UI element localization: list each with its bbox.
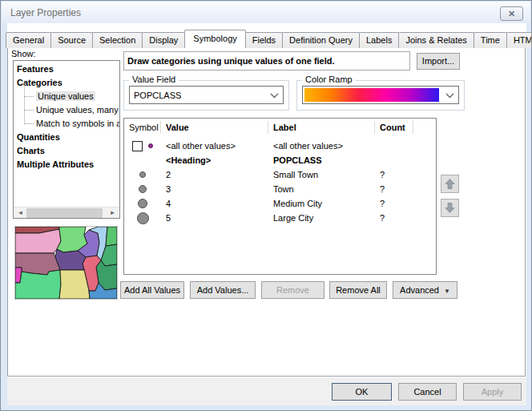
dropdown-caret-icon: ▼ (444, 288, 450, 295)
import-button[interactable]: Import... (417, 53, 460, 70)
tab-strip: General Source Selection Display Symbolo… (6, 30, 532, 48)
apply-button: Apply (463, 383, 522, 401)
scroll-left-icon[interactable]: ◂ (14, 208, 26, 218)
advanced-button[interactable]: Advanced▼ (393, 281, 457, 299)
layer-properties-dialog: Layer Properties ✕ General Source Select… (0, 0, 532, 411)
scrollbar-thumb[interactable] (26, 208, 103, 218)
all-other-values-checkbox[interactable] (132, 141, 143, 151)
symbol-dot-icon (137, 212, 149, 224)
cancel-button[interactable]: Cancel (398, 383, 457, 401)
tab-selection[interactable]: Selection (92, 32, 143, 48)
value-field-value: POPCLASS (134, 89, 181, 102)
chevron-down-icon (270, 93, 279, 99)
tab-labels[interactable]: Labels (359, 32, 399, 48)
tab-display[interactable]: Display (142, 32, 185, 48)
window-title: Layer Properties (10, 7, 81, 18)
table-row[interactable]: <Heading> POPCLASS (124, 153, 436, 167)
table-row[interactable]: 5 Large City ? (124, 211, 436, 225)
arrow-down-icon (444, 202, 456, 214)
ok-button[interactable]: OK (332, 383, 392, 401)
table-row[interactable]: 3 Town ? (124, 182, 436, 196)
tab-source[interactable]: Source (50, 32, 93, 48)
symbol-dot-icon (148, 143, 153, 148)
tab-fields[interactable]: Fields (245, 32, 283, 48)
horizontal-scrollbar[interactable]: ◂ ▸ (14, 207, 119, 218)
show-tree: Features Categories Unique values Unique… (14, 61, 119, 171)
remove-button: Remove (261, 281, 324, 299)
table-header: Symbol Value Label Count (124, 119, 436, 136)
show-tree-listbox: Features Categories Unique values Unique… (13, 60, 120, 219)
table-row[interactable]: <all other values> <all other values> (124, 139, 436, 153)
tree-item-charts[interactable]: Charts (17, 144, 119, 158)
column-label: Label (268, 121, 375, 134)
value-field-combobox[interactable]: POPCLASS (129, 86, 284, 104)
table-row[interactable]: 4 Medium City ? (124, 196, 436, 211)
column-symbol: Symbol (124, 121, 161, 134)
title-bar: Layer Properties ✕ (2, 2, 530, 23)
tab-symbology[interactable]: Symbology (184, 30, 245, 48)
symbology-tab-page: Show: Features Categories Unique values … (7, 47, 526, 377)
map-preview-svg (15, 227, 117, 299)
tab-general[interactable]: General (6, 32, 51, 48)
tab-html-popup[interactable]: HTML Popup (506, 32, 532, 48)
color-ramp-combobox[interactable] (302, 86, 459, 104)
footer-bar: OK Cancel Apply (7, 377, 526, 405)
symbol-dot-icon (139, 171, 146, 178)
column-count: Count (375, 121, 413, 134)
arrow-up-icon (444, 178, 456, 190)
symbol-dot-icon (139, 185, 147, 193)
scroll-right-icon[interactable]: ▸ (107, 208, 119, 218)
color-ramp-group: Color Ramp (296, 80, 465, 111)
tab-time[interactable]: Time (474, 32, 507, 48)
symbol-dot-icon (138, 199, 147, 208)
add-all-values-button[interactable]: Add All Values (120, 281, 184, 299)
value-field-group: Value Field POPCLASS (123, 80, 289, 111)
move-down-button[interactable] (441, 199, 459, 217)
tree-item-features[interactable]: Features (17, 62, 119, 76)
color-ramp-gradient (304, 88, 439, 102)
map-preview-thumbnail (14, 226, 118, 300)
move-up-button[interactable] (441, 175, 459, 193)
value-field-label: Value Field (129, 75, 179, 84)
tree-item-quantities[interactable]: Quantities (17, 131, 119, 144)
table-row[interactable]: 2 Small Town ? (124, 167, 436, 182)
close-button[interactable]: ✕ (500, 6, 523, 21)
chevron-down-icon (445, 93, 454, 99)
close-icon: ✕ (508, 9, 515, 18)
tree-item-multiple-attributes[interactable]: Multiple Attributes (17, 158, 119, 171)
color-ramp-label: Color Ramp (302, 75, 356, 84)
method-description: Draw categories using unique values of o… (123, 51, 410, 71)
column-value: Value (161, 121, 268, 134)
tab-joins-relates[interactable]: Joins & Relates (398, 32, 474, 48)
add-values-button[interactable]: Add Values... (190, 281, 256, 299)
tree-item-match-symbols[interactable]: Match to symbols in a (17, 117, 119, 131)
remove-all-button[interactable]: Remove All (329, 281, 387, 299)
unique-values-table: Symbol Value Label Count <all other valu… (123, 118, 437, 275)
show-label: Show: (11, 49, 36, 58)
tab-definition-query[interactable]: Definition Query (282, 32, 360, 48)
